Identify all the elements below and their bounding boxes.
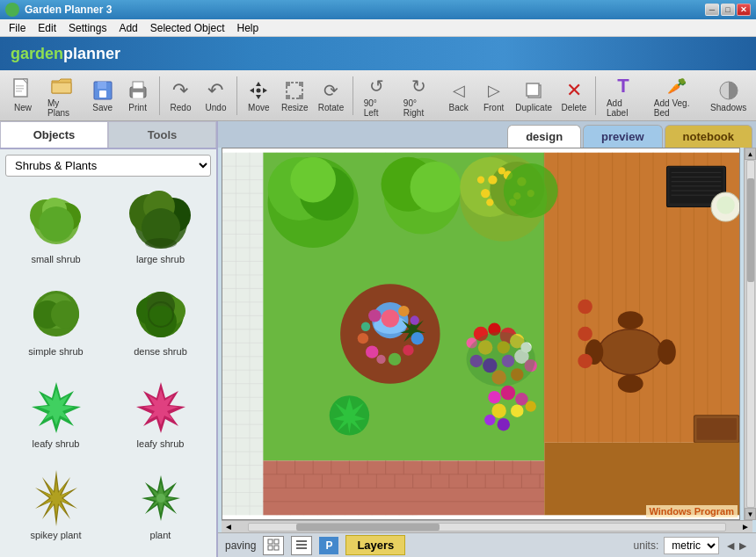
status-right: units: metric ◄► bbox=[634, 537, 749, 554]
svg-point-39 bbox=[51, 300, 79, 329]
my-plans-button[interactable]: My Plans bbox=[42, 70, 84, 121]
nav-arrows[interactable]: ◄► bbox=[724, 539, 749, 553]
resize-button[interactable]: Resize bbox=[278, 75, 311, 116]
svg-point-185 bbox=[411, 315, 419, 324]
menu-edit[interactable]: Edit bbox=[33, 20, 62, 36]
category-select[interactable]: Shrubs & Plants bbox=[5, 155, 211, 177]
move-button[interactable]: Move bbox=[243, 75, 274, 116]
title-bar: Garden Planner 3 ─ □ ✕ bbox=[0, 0, 756, 19]
add-label-button[interactable]: T Add Label bbox=[601, 70, 645, 121]
v-scroll-thumb[interactable] bbox=[747, 178, 754, 282]
svg-point-207 bbox=[466, 332, 534, 387]
redo-icon: ↷ bbox=[168, 78, 193, 103]
tab-objects[interactable]: Objects bbox=[0, 121, 108, 148]
units-select[interactable]: metric bbox=[664, 537, 719, 554]
rotate-left-button[interactable]: ↺ 90° Left bbox=[359, 70, 395, 121]
plant-small-shrub[interactable]: small shrub bbox=[4, 185, 108, 278]
svg-point-187 bbox=[403, 344, 413, 355]
add-veg-button[interactable]: 🥕 Add Veg. Bed bbox=[649, 70, 705, 121]
toolbar-separator-2 bbox=[236, 76, 237, 115]
v-scroll-track bbox=[746, 160, 755, 508]
svg-point-188 bbox=[389, 353, 401, 365]
svg-point-209 bbox=[501, 386, 516, 401]
simple-shrub-label: simple shrub bbox=[28, 346, 83, 357]
close-button[interactable]: ✕ bbox=[737, 4, 751, 16]
panel-tabs: Objects Tools bbox=[0, 121, 216, 149]
rotate-left-label: 90° Left bbox=[364, 98, 389, 118]
menu-help[interactable]: Help bbox=[231, 20, 264, 36]
restore-button[interactable]: □ bbox=[721, 4, 735, 16]
tab-notebook[interactable]: notebook bbox=[665, 125, 753, 148]
plant-star[interactable]: plant bbox=[108, 461, 213, 553]
svg-point-182 bbox=[361, 322, 370, 331]
layers-button[interactable]: Layers bbox=[345, 535, 405, 555]
resize-icon bbox=[282, 78, 307, 103]
print-icon bbox=[126, 78, 150, 103]
plant-spikey[interactable]: spikey plant bbox=[4, 461, 108, 553]
rotate-right-label: 90° Right bbox=[403, 98, 434, 118]
toolbar: New My Plans Save Print ↷ Redo ↶ Undo Mo… bbox=[0, 70, 756, 121]
leafy-shrub-2-label: leafy shrub bbox=[137, 438, 185, 449]
redo-button[interactable]: ↷ Redo bbox=[164, 75, 196, 116]
canvas-area[interactable]: Windows Program bbox=[222, 148, 740, 520]
print-button[interactable]: Print bbox=[122, 75, 154, 116]
svg-rect-235 bbox=[296, 547, 307, 549]
tab-preview[interactable]: preview bbox=[583, 125, 662, 148]
svg-rect-11 bbox=[133, 92, 143, 98]
svg-rect-2 bbox=[16, 85, 24, 87]
minimize-button[interactable]: ─ bbox=[705, 4, 719, 16]
svg-rect-227 bbox=[697, 418, 737, 440]
svg-point-35 bbox=[145, 238, 177, 249]
svg-rect-234 bbox=[296, 544, 307, 546]
horizontal-scrollbar[interactable]: ◄ ► bbox=[222, 520, 752, 532]
undo-button[interactable]: ↶ Undo bbox=[200, 75, 231, 116]
delete-label: Delete bbox=[561, 103, 586, 112]
svg-rect-19 bbox=[299, 82, 303, 86]
grid-view-button[interactable] bbox=[263, 536, 284, 555]
canvas-wrapper: Windows Program ▲ ▼ bbox=[218, 148, 756, 520]
h-scroll-thumb[interactable] bbox=[296, 524, 440, 531]
list-view-button[interactable] bbox=[291, 536, 312, 555]
plant-leafy-shrub-2[interactable]: leafy shrub bbox=[108, 370, 213, 462]
redo-label: Redo bbox=[171, 103, 192, 112]
p-button[interactable]: P bbox=[319, 537, 338, 554]
scroll-down-button[interactable]: ▼ bbox=[745, 508, 756, 520]
vertical-scrollbar[interactable]: ▲ ▼ bbox=[744, 148, 756, 520]
menu-settings[interactable]: Settings bbox=[63, 20, 112, 36]
delete-button[interactable]: ✕ Delete bbox=[558, 75, 590, 116]
svg-point-29 bbox=[39, 206, 74, 242]
toolbar-separator-3 bbox=[353, 76, 353, 115]
front-button[interactable]: ▷ Front bbox=[478, 75, 510, 116]
menu-selected-object[interactable]: Selected Object bbox=[145, 20, 230, 36]
rotate-button[interactable]: ⟳ Rotate bbox=[315, 75, 347, 116]
plant-large-shrub[interactable]: large shrub bbox=[108, 185, 213, 278]
large-shrub-label: large shrub bbox=[136, 254, 185, 264]
scroll-right-button[interactable]: ► bbox=[738, 522, 752, 532]
duplicate-button[interactable]: Duplicate bbox=[513, 75, 555, 116]
tab-design[interactable]: design bbox=[507, 125, 581, 148]
svg-rect-10 bbox=[133, 82, 143, 89]
rotate-right-button[interactable]: ↻ 90° Right bbox=[398, 70, 440, 121]
my-plans-label: My Plans bbox=[47, 98, 78, 118]
scroll-up-button[interactable]: ▲ bbox=[745, 148, 756, 160]
shadows-button[interactable]: Shadows bbox=[708, 75, 749, 116]
save-icon bbox=[91, 78, 115, 103]
svg-rect-230 bbox=[274, 539, 279, 544]
new-button[interactable]: New bbox=[7, 75, 39, 116]
tab-tools[interactable]: Tools bbox=[108, 121, 216, 148]
plant-leafy-shrub-1[interactable]: leafy shrub bbox=[4, 370, 108, 462]
scroll-left-button[interactable]: ◄ bbox=[222, 522, 236, 532]
back-button[interactable]: ◁ Back bbox=[443, 75, 475, 116]
add-label-icon: T bbox=[611, 74, 636, 98]
main-area: Objects Tools Shrubs & Plants small shru… bbox=[0, 121, 756, 557]
window-controls: ─ □ ✕ bbox=[705, 4, 751, 16]
save-button[interactable]: Save bbox=[87, 75, 119, 116]
dense-shrub-label: dense shrub bbox=[134, 346, 187, 357]
plant-simple-shrub[interactable]: simple shrub bbox=[4, 278, 108, 370]
menu-add[interactable]: Add bbox=[113, 20, 142, 36]
plant-dense-shrub[interactable]: dense shrub bbox=[108, 278, 213, 370]
toolbar-separator-4 bbox=[595, 76, 596, 115]
menu-file[interactable]: File bbox=[4, 20, 31, 36]
svg-point-215 bbox=[498, 418, 510, 430]
svg-point-213 bbox=[526, 401, 536, 411]
